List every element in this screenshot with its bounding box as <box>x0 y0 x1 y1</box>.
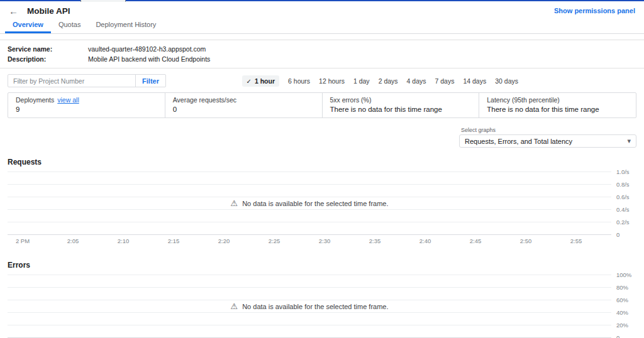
no-data-message: ⚠ No data is available for the selected … <box>231 199 389 207</box>
latency-value: There is no data for this time range <box>487 106 628 114</box>
x-tick-label: 2 PM <box>16 237 30 244</box>
stats-cards: Deploymentsview all 9 Average requests/s… <box>8 92 636 118</box>
y-tick-label: 0.6/s <box>616 194 630 200</box>
back-arrow-icon[interactable]: ← <box>9 6 18 16</box>
no-data-text: No data is available for the selected ti… <box>242 199 388 207</box>
x-tick-label: 2:45 <box>470 237 482 244</box>
requests-chart: ⚠ No data is available for the selected … <box>8 172 636 234</box>
service-name-row: Service name: vaulted-quarter-489102-h3.… <box>8 44 636 54</box>
errors-chart-title: Errors <box>8 261 636 270</box>
y-tick-label: 0.4/s <box>616 206 630 213</box>
requests-x-axis: 2 PM2:052:102:152:202:252:302:352:402:45… <box>8 234 611 244</box>
requests-chart-section: Requests ⚠ No data is available for the … <box>0 158 644 244</box>
gridline <box>8 197 611 197</box>
x-tick-label: 2:25 <box>269 237 280 244</box>
service-description-value: Mobile API backend with Cloud Endpoints <box>88 55 210 63</box>
y-tick-label: 0 <box>616 334 619 338</box>
errors-chart-section: Errors ⚠ No data is available for the se… <box>0 261 644 338</box>
endpoints-service-page: ← Mobile API Show permissions panel Over… <box>0 0 644 338</box>
gridline <box>8 184 611 185</box>
x-tick-label: 2:40 <box>419 237 431 244</box>
deployments-value: 9 <box>16 106 157 114</box>
graph-select-label: Select graphs <box>461 127 636 133</box>
time-range-selector: ✓1 hour 6 hours 12 hours 1 day 2 days 4 … <box>242 75 518 87</box>
errors-5xx-card: 5xx errors (%) There is no data for this… <box>322 93 479 117</box>
gridline <box>8 209 611 210</box>
requests-chart-plot: ⚠ No data is available for the selected … <box>8 172 611 234</box>
project-filter-box: Filter <box>8 74 166 87</box>
graph-select-dropdown[interactable]: Requests, Errors, and Total latency ▾ <box>459 134 636 148</box>
time-chip-7-days[interactable]: 7 days <box>435 77 455 85</box>
service-description-row: Description: Mobile API backend with Clo… <box>8 54 636 64</box>
service-name-value: vaulted-quarter-489102-h3.appspot.com <box>88 45 206 53</box>
filter-button[interactable]: Filter <box>135 75 165 87</box>
show-permissions-link[interactable]: Show permissions panel <box>554 7 635 14</box>
service-name-label: Service name: <box>8 45 88 53</box>
time-chip-4-days[interactable]: 4 days <box>407 77 426 85</box>
x-tick-label: 2:50 <box>520 237 532 244</box>
y-tick-label: 20% <box>616 322 628 329</box>
y-tick-label: 1.0/s <box>616 168 630 175</box>
x-tick-label: 2:35 <box>369 237 381 244</box>
tab-overview[interactable]: Overview <box>5 18 51 33</box>
avg-requests-value: 0 <box>173 106 314 114</box>
page-title: Mobile API <box>27 6 70 16</box>
requests-chart-title: Requests <box>8 158 636 166</box>
y-tick-label: 0 <box>616 231 619 238</box>
gridline <box>8 287 611 288</box>
gridline <box>8 300 611 300</box>
service-info-block: Service name: vaulted-quarter-489102-h3.… <box>0 40 644 68</box>
filter-row: Filter ✓1 hour 6 hours 12 hours 1 day 2 … <box>0 74 644 87</box>
time-chip-label: 1 hour <box>255 77 275 85</box>
warning-icon: ⚠ <box>231 302 238 310</box>
time-chip-2-days[interactable]: 2 days <box>379 77 398 85</box>
requests-y-axis: 1.0/s0.8/s0.6/s0.4/s0.2/s0 <box>611 172 636 234</box>
latency-card: Latency (95th percentile) There is no da… <box>479 93 636 117</box>
gridline <box>8 172 611 172</box>
project-filter-input[interactable] <box>8 77 135 85</box>
browser-tab-remnant <box>80 0 126 2</box>
service-description-label: Description: <box>8 55 88 63</box>
deployments-card: Deploymentsview all 9 <box>8 93 165 117</box>
graph-select-value: Requests, Errors, and Total latency <box>465 138 572 145</box>
tab-quotas[interactable]: Quotas <box>51 18 88 33</box>
tab-deployment-history[interactable]: Deployment History <box>88 18 164 33</box>
gridline <box>8 222 611 222</box>
errors-chart-plot: ⚠ No data is available for the selected … <box>8 275 611 337</box>
latency-label: Latency (95th percentile) <box>487 96 628 104</box>
gridline <box>8 325 611 325</box>
y-tick-label: 40% <box>616 309 628 316</box>
x-tick-label: 2:30 <box>319 237 331 244</box>
x-tick-label: 2:55 <box>570 237 582 244</box>
browser-top-edge <box>0 0 644 1</box>
time-chip-1-day[interactable]: 1 day <box>353 77 370 85</box>
time-chip-14-days[interactable]: 14 days <box>463 77 486 85</box>
y-tick-label: 60% <box>616 297 628 303</box>
warning-icon: ⚠ <box>231 199 238 207</box>
deployments-label: Deploymentsview all <box>16 96 157 104</box>
avg-requests-label: Average requests/sec <box>173 96 314 104</box>
dropdown-caret-icon: ▾ <box>627 137 631 145</box>
gridline <box>8 275 611 275</box>
view-all-link[interactable]: view all <box>57 96 79 104</box>
y-tick-label: 0.8/s <box>616 181 630 188</box>
x-tick-label: 2:20 <box>218 237 230 244</box>
errors-chart: ⚠ No data is available for the selected … <box>8 275 636 337</box>
errors-5xx-label: 5xx errors (%) <box>330 96 472 104</box>
errors-y-axis: 100%80%60%40%20%0 <box>611 275 636 337</box>
y-tick-label: 80% <box>616 284 628 291</box>
time-chip-12-hours[interactable]: 12 hours <box>319 77 345 85</box>
x-tick-label: 2:10 <box>118 237 130 244</box>
deployments-label-text: Deployments <box>16 96 54 104</box>
tab-bar: Overview Quotas Deployment History <box>0 20 644 34</box>
no-data-message: ⚠ No data is available for the selected … <box>231 302 389 310</box>
x-tick-label: 2:05 <box>67 237 79 244</box>
y-tick-label: 0.2/s <box>616 219 630 226</box>
time-chip-30-days[interactable]: 30 days <box>495 77 518 85</box>
time-chip-6-hours[interactable]: 6 hours <box>288 77 310 85</box>
graph-select-wrap: Select graphs Requests, Errors, and Tota… <box>459 127 636 148</box>
no-data-text: No data is available for the selected ti… <box>242 302 388 310</box>
gridline <box>8 312 611 313</box>
time-chip-1-hour[interactable]: ✓1 hour <box>242 75 279 87</box>
check-icon: ✓ <box>247 78 252 85</box>
